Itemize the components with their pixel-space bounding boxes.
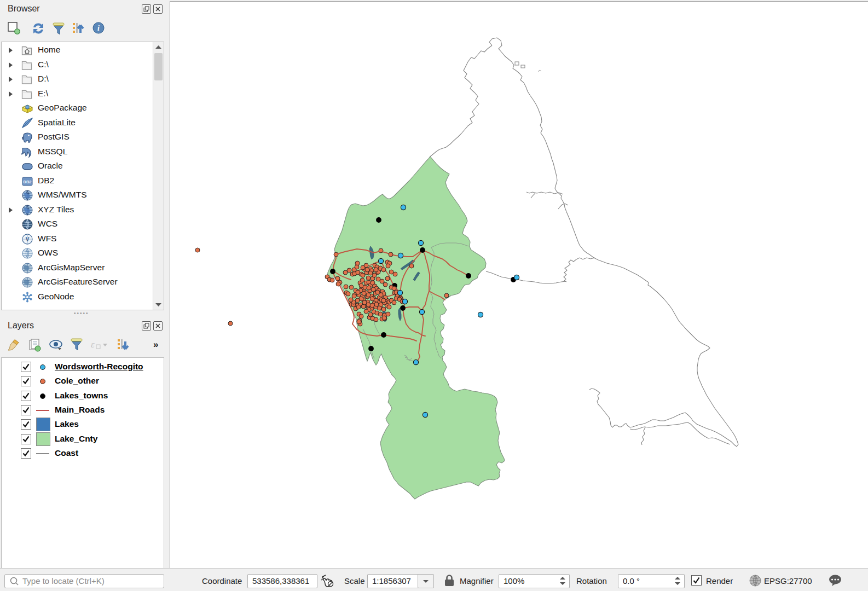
svg-text:i: i [97,24,100,32]
svg-text:»: » [153,339,158,350]
svg-text:ε: ε [91,339,95,350]
svg-text:V: V [26,236,30,242]
svg-text:DB2: DB2 [23,179,31,184]
